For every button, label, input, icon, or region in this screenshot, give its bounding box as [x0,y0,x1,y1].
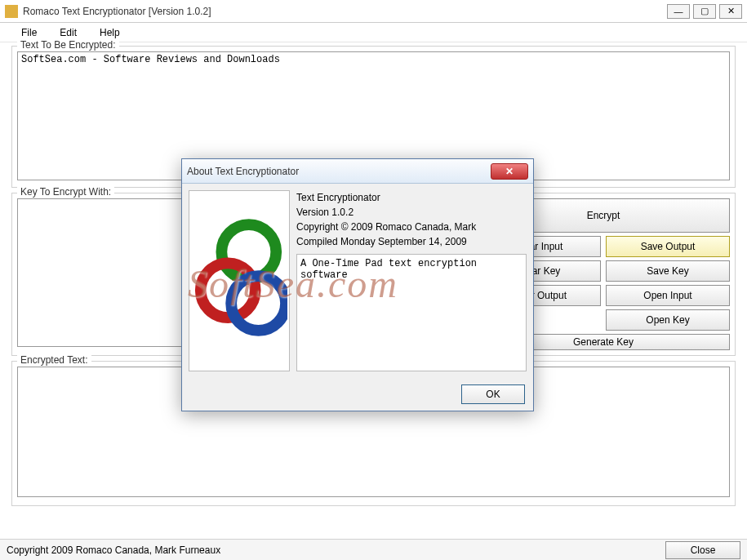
status-copyright: Copyright 2009 Romaco Canada, Mark Furne… [7,544,220,556]
dialog-info: Text Encryptionator Version 1.0.2 Copyri… [296,190,527,371]
window-title: Romaco Text Encryptionator [Version 1.0.… [23,6,667,17]
group-output-label: Encrypted Text: [17,354,91,366]
group-input-label: Text To Be Encrypted: [17,39,119,51]
minimize-button[interactable]: — [667,4,690,19]
dialog-body: Text Encryptionator Version 1.0.2 Copyri… [182,184,533,378]
window-titlebar: Romaco Text Encryptionator [Version 1.0.… [0,0,747,23]
dialog-line-version: Version 1.0.2 [296,205,527,220]
dialog-line-appname: Text Encryptionator [296,190,527,205]
dialog-line-compiled: Compiled Monday September 14, 2009 [296,234,527,249]
group-key-label: Key To Encrypt With: [17,186,114,198]
dialog-titlebar: About Text Encryptionator ✕ [182,159,533,184]
save-key-button[interactable]: Save Key [606,260,730,282]
dialog-footer: OK [182,378,533,411]
dialog-logo [189,190,290,371]
dialog-line-copyright: Copyright © 2009 Romaco Canada, Mark [296,220,527,234]
app-icon [5,5,18,18]
menu-help[interactable]: Help [88,25,131,40]
close-app-button[interactable]: Close [665,541,740,559]
open-input-button[interactable]: Open Input [606,285,730,306]
menu-edit[interactable]: Edit [48,25,88,40]
dialog-title: About Text Encryptionator [187,166,491,177]
about-dialog: About Text Encryptionator ✕ Text Encrypt… [181,158,534,411]
save-output-button[interactable]: Save Output [606,236,730,257]
dialog-close-button[interactable]: ✕ [491,163,528,180]
window-buttons: — ▢ ✕ [667,4,742,19]
maximize-button[interactable]: ▢ [693,4,716,19]
statusbar: Copyright 2009 Romaco Canada, Mark Furne… [0,539,747,560]
close-button[interactable]: ✕ [719,4,742,19]
dialog-description: A One-Time Pad text encryption software [296,254,527,371]
open-key-button[interactable]: Open Key [606,309,730,331]
menu-file[interactable]: File [10,25,48,40]
dialog-ok-button[interactable]: OK [461,384,525,404]
rings-icon [191,207,287,354]
